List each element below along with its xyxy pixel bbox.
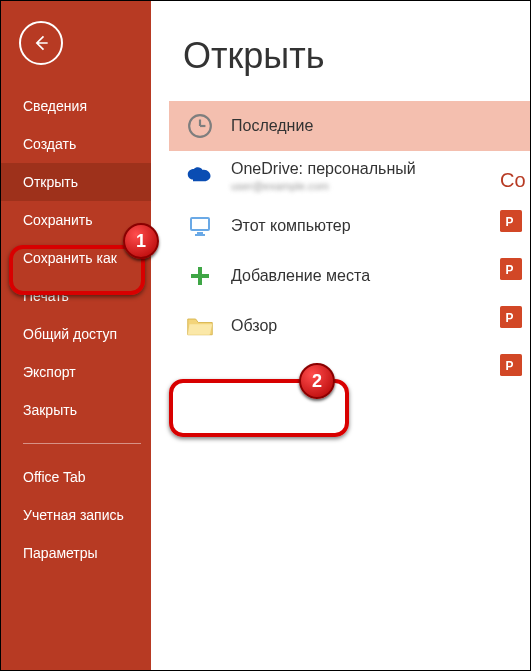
location-thispc[interactable]: Этот компьютер — [169, 201, 530, 251]
sidebar-item-share[interactable]: Общий доступ — [1, 315, 151, 353]
powerpoint-file-icon: P — [500, 354, 522, 376]
sidebar-item-export[interactable]: Экспорт — [1, 353, 151, 391]
powerpoint-file-icon: P — [500, 258, 522, 280]
powerpoint-file-icon: P — [500, 306, 522, 328]
location-browse[interactable]: Обзор — [169, 301, 530, 351]
location-addplace[interactable]: Добавление места — [169, 251, 530, 301]
sidebar-item-options[interactable]: Параметры — [1, 534, 151, 572]
page-title: Открыть — [183, 35, 530, 77]
sidebar-item-print[interactable]: Печать — [1, 277, 151, 315]
sidebar-item-open[interactable]: Открыть — [1, 163, 151, 201]
sidebar-item-close[interactable]: Закрыть — [1, 391, 151, 429]
clock-icon — [183, 113, 217, 139]
open-panel: Открыть Последние OneDrive: персональный… — [151, 1, 530, 670]
location-label: Добавление места — [231, 267, 370, 285]
location-onedrive[interactable]: OneDrive: персональный user@example.com — [169, 151, 530, 201]
sidebar-item-account[interactable]: Учетная запись — [1, 496, 151, 534]
arrow-left-icon — [31, 33, 51, 53]
sidebar-item-saveas[interactable]: Сохранить как — [1, 239, 151, 277]
location-list: Последние OneDrive: персональный user@ex… — [169, 101, 530, 351]
location-recent[interactable]: Последние — [169, 101, 530, 151]
backstage-sidebar: Сведения Создать Открыть Сохранить Сохра… — [1, 1, 151, 670]
svg-rect-3 — [191, 218, 209, 230]
svg-rect-4 — [197, 232, 203, 234]
sidebar-item-save[interactable]: Сохранить — [1, 201, 151, 239]
sidebar-item-info[interactable]: Сведения — [1, 87, 151, 125]
back-button[interactable] — [19, 21, 63, 65]
sidebar-item-new[interactable]: Создать — [1, 125, 151, 163]
location-label: Последние — [231, 117, 313, 135]
plus-icon — [183, 264, 217, 288]
recent-header-fragment: Со — [500, 169, 530, 192]
powerpoint-file-icon: P — [500, 210, 522, 232]
svg-rect-5 — [195, 234, 205, 236]
location-label: Этот компьютер — [231, 217, 351, 235]
onedrive-icon — [183, 167, 217, 185]
folder-icon — [183, 315, 217, 337]
onedrive-account: user@example.com — [231, 180, 416, 192]
computer-icon — [183, 214, 217, 238]
sidebar-divider — [23, 443, 141, 444]
svg-text:P: P — [506, 359, 514, 373]
sidebar-item-officetab[interactable]: Office Tab — [1, 458, 151, 496]
recent-files-column: Со P P P P — [500, 169, 530, 402]
location-label: OneDrive: персональный — [231, 160, 416, 178]
svg-text:P: P — [506, 215, 514, 229]
svg-text:P: P — [506, 311, 514, 325]
svg-text:P: P — [506, 263, 514, 277]
backstage-view: Сведения Создать Открыть Сохранить Сохра… — [0, 0, 531, 671]
location-label: Обзор — [231, 317, 277, 335]
